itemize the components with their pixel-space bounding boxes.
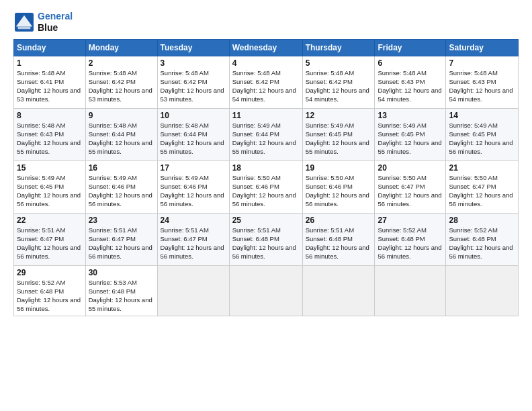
day-info: Sunrise: 5:48 AMSunset: 6:43 PMDaylight:… — [378, 69, 441, 103]
day-info: Sunrise: 5:49 AMSunset: 6:45 PMDaylight:… — [17, 174, 81, 208]
calendar-cell: 11Sunrise: 5:49 AMSunset: 6:44 PMDayligh… — [229, 108, 302, 161]
page: General Blue SundayMondayTuesdayWednesda… — [0, 0, 532, 411]
day-info: Sunrise: 5:48 AMSunset: 6:42 PMDaylight:… — [306, 69, 369, 103]
day-info: Sunrise: 5:48 AMSunset: 6:42 PMDaylight:… — [161, 69, 224, 103]
calendar-cell: 27Sunrise: 5:52 AMSunset: 6:48 PMDayligh… — [375, 213, 446, 265]
day-number: 18 — [232, 163, 300, 173]
day-number: 21 — [449, 163, 515, 173]
logo: General Blue — [13, 11, 73, 34]
day-info: Sunrise: 5:48 AMSunset: 6:42 PMDaylight:… — [89, 69, 152, 103]
calendar-cell: 22Sunrise: 5:51 AMSunset: 6:47 PMDayligh… — [14, 213, 86, 265]
day-number: 6 — [378, 58, 443, 68]
col-header-wednesday: Wednesday — [229, 39, 302, 56]
day-info: Sunrise: 5:49 AMSunset: 6:46 PMDaylight:… — [89, 174, 152, 208]
calendar-cell: 13Sunrise: 5:49 AMSunset: 6:45 PMDayligh… — [375, 108, 446, 161]
day-info: Sunrise: 5:49 AMSunset: 6:44 PMDaylight:… — [232, 122, 296, 156]
col-header-friday: Friday — [375, 39, 446, 56]
day-number: 5 — [306, 58, 372, 68]
calendar-cell: 3Sunrise: 5:48 AMSunset: 6:42 PMDaylight… — [157, 56, 229, 108]
day-number: 19 — [306, 163, 372, 173]
day-info: Sunrise: 5:52 AMSunset: 6:48 PMDaylight:… — [17, 279, 81, 313]
day-info: Sunrise: 5:49 AMSunset: 6:45 PMDaylight:… — [306, 122, 369, 156]
calendar-cell: 21Sunrise: 5:50 AMSunset: 6:47 PMDayligh… — [446, 161, 519, 213]
day-number: 25 — [232, 216, 300, 225]
day-number: 26 — [306, 216, 372, 225]
col-header-thursday: Thursday — [302, 39, 375, 56]
day-info: Sunrise: 5:51 AMSunset: 6:48 PMDaylight:… — [306, 226, 369, 261]
day-number: 27 — [378, 216, 443, 225]
day-number: 16 — [89, 163, 154, 173]
day-info: Sunrise: 5:48 AMSunset: 6:42 PMDaylight:… — [232, 69, 296, 103]
calendar-cell: 2Sunrise: 5:48 AMSunset: 6:42 PMDaylight… — [85, 56, 157, 108]
day-number: 10 — [161, 111, 226, 120]
day-info: Sunrise: 5:49 AMSunset: 6:46 PMDaylight:… — [161, 174, 224, 208]
day-number: 8 — [17, 111, 83, 120]
header: General Blue — [13, 11, 519, 34]
day-info: Sunrise: 5:51 AMSunset: 6:48 PMDaylight:… — [232, 226, 296, 261]
day-number: 22 — [17, 216, 83, 225]
day-number: 28 — [449, 216, 515, 225]
calendar-cell — [157, 265, 229, 316]
col-header-saturday: Saturday — [446, 39, 519, 56]
day-number: 4 — [232, 58, 300, 68]
day-info: Sunrise: 5:52 AMSunset: 6:48 PMDaylight:… — [378, 226, 441, 261]
calendar-cell: 6Sunrise: 5:48 AMSunset: 6:43 PMDaylight… — [375, 56, 446, 108]
day-number: 3 — [161, 58, 226, 68]
day-number: 17 — [161, 163, 226, 173]
day-info: Sunrise: 5:48 AMSunset: 6:44 PMDaylight:… — [89, 122, 152, 156]
day-number: 29 — [17, 268, 83, 277]
calendar-cell — [446, 265, 519, 316]
col-header-monday: Monday — [85, 39, 157, 56]
day-info: Sunrise: 5:50 AMSunset: 6:47 PMDaylight:… — [449, 174, 513, 208]
calendar-cell: 30Sunrise: 5:53 AMSunset: 6:48 PMDayligh… — [85, 265, 157, 316]
calendar-cell: 7Sunrise: 5:48 AMSunset: 6:43 PMDaylight… — [446, 56, 519, 108]
calendar-cell — [229, 265, 302, 316]
day-info: Sunrise: 5:50 AMSunset: 6:46 PMDaylight:… — [232, 174, 296, 208]
day-info: Sunrise: 5:48 AMSunset: 6:41 PMDaylight:… — [17, 69, 81, 103]
calendar-cell: 12Sunrise: 5:49 AMSunset: 6:45 PMDayligh… — [302, 108, 375, 161]
day-number: 24 — [161, 216, 226, 225]
calendar-cell: 24Sunrise: 5:51 AMSunset: 6:47 PMDayligh… — [157, 213, 229, 265]
day-number: 23 — [89, 216, 154, 225]
calendar-cell: 14Sunrise: 5:49 AMSunset: 6:45 PMDayligh… — [446, 108, 519, 161]
day-info: Sunrise: 5:51 AMSunset: 6:47 PMDaylight:… — [17, 226, 81, 261]
calendar-cell: 15Sunrise: 5:49 AMSunset: 6:45 PMDayligh… — [14, 161, 86, 213]
day-info: Sunrise: 5:49 AMSunset: 6:45 PMDaylight:… — [378, 122, 441, 156]
calendar-table: SundayMondayTuesdayWednesdayThursdayFrid… — [13, 39, 519, 316]
svg-rect-2 — [18, 26, 31, 29]
day-info: Sunrise: 5:48 AMSunset: 6:43 PMDaylight:… — [449, 69, 513, 103]
calendar-cell: 4Sunrise: 5:48 AMSunset: 6:42 PMDaylight… — [229, 56, 302, 108]
day-info: Sunrise: 5:50 AMSunset: 6:47 PMDaylight:… — [378, 174, 441, 208]
calendar-cell: 8Sunrise: 5:48 AMSunset: 6:43 PMDaylight… — [14, 108, 86, 161]
day-info: Sunrise: 5:48 AMSunset: 6:44 PMDaylight:… — [161, 122, 224, 156]
calendar-cell: 5Sunrise: 5:48 AMSunset: 6:42 PMDaylight… — [302, 56, 375, 108]
day-info: Sunrise: 5:53 AMSunset: 6:48 PMDaylight:… — [89, 279, 152, 313]
calendar-cell: 10Sunrise: 5:48 AMSunset: 6:44 PMDayligh… — [157, 108, 229, 161]
calendar-cell: 17Sunrise: 5:49 AMSunset: 6:46 PMDayligh… — [157, 161, 229, 213]
calendar-cell — [375, 265, 446, 316]
day-info: Sunrise: 5:49 AMSunset: 6:45 PMDaylight:… — [449, 122, 513, 156]
logo-text: General Blue — [38, 11, 73, 34]
day-number: 20 — [378, 163, 443, 173]
calendar-cell: 19Sunrise: 5:50 AMSunset: 6:46 PMDayligh… — [302, 161, 375, 213]
day-info: Sunrise: 5:48 AMSunset: 6:43 PMDaylight:… — [17, 122, 81, 156]
calendar-cell: 26Sunrise: 5:51 AMSunset: 6:48 PMDayligh… — [302, 213, 375, 265]
calendar-cell: 25Sunrise: 5:51 AMSunset: 6:48 PMDayligh… — [229, 213, 302, 265]
day-info: Sunrise: 5:50 AMSunset: 6:46 PMDaylight:… — [306, 174, 369, 208]
day-number: 13 — [378, 111, 443, 120]
calendar-cell: 18Sunrise: 5:50 AMSunset: 6:46 PMDayligh… — [229, 161, 302, 213]
calendar-cell: 20Sunrise: 5:50 AMSunset: 6:47 PMDayligh… — [375, 161, 446, 213]
col-header-tuesday: Tuesday — [157, 39, 229, 56]
calendar-cell: 1Sunrise: 5:48 AMSunset: 6:41 PMDaylight… — [14, 56, 86, 108]
day-number: 9 — [89, 111, 154, 120]
calendar-cell: 16Sunrise: 5:49 AMSunset: 6:46 PMDayligh… — [85, 161, 157, 213]
day-number: 1 — [17, 58, 83, 68]
day-info: Sunrise: 5:52 AMSunset: 6:48 PMDaylight:… — [449, 226, 513, 261]
calendar-cell: 29Sunrise: 5:52 AMSunset: 6:48 PMDayligh… — [14, 265, 86, 316]
day-number: 11 — [232, 111, 300, 120]
day-info: Sunrise: 5:51 AMSunset: 6:47 PMDaylight:… — [161, 226, 224, 261]
calendar-cell: 23Sunrise: 5:51 AMSunset: 6:47 PMDayligh… — [85, 213, 157, 265]
day-number: 14 — [449, 111, 515, 120]
day-number: 30 — [89, 268, 154, 277]
logo-icon — [15, 13, 34, 32]
